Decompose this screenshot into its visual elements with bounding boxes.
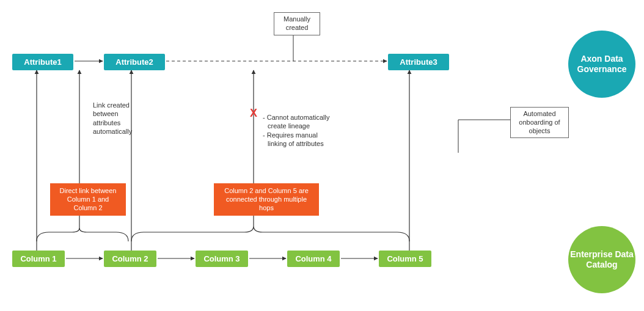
red-x-icon: X bbox=[250, 107, 257, 120]
attribute-1-box: Attribute1 bbox=[12, 54, 73, 70]
multi-hop-text: Column 2 and Column 5 are connected thro… bbox=[224, 187, 309, 211]
attribute-1-label: Attribute1 bbox=[24, 57, 61, 67]
attribute-2-label: Attribute2 bbox=[115, 57, 153, 67]
cannot-auto-note: - Cannot automatically create lineage - … bbox=[263, 113, 342, 148]
cannot-auto-line2: create lineage bbox=[263, 122, 342, 130]
attribute-2-box: Attribute2 bbox=[104, 54, 165, 70]
edc-legend-circle: Enterprise Data Catalog bbox=[568, 226, 635, 293]
column-5-label: Column 5 bbox=[387, 254, 423, 263]
column-3-box: Column 3 bbox=[196, 251, 248, 267]
link-auto-text: Link created between attributes automati… bbox=[93, 101, 132, 135]
column-2-label: Column 2 bbox=[112, 254, 148, 263]
axon-legend-text: Axon Data Governance bbox=[568, 54, 635, 75]
multi-hop-note: Column 2 and Column 5 are connected thro… bbox=[214, 183, 319, 216]
automated-onboarding-text: Automated onboarding of objects bbox=[519, 110, 560, 134]
direct-link-text: Direct link between Column 1 and Column … bbox=[60, 187, 117, 211]
cannot-auto-line4: linking of attributes bbox=[263, 139, 342, 148]
attribute-3-label: Attribute3 bbox=[400, 57, 437, 67]
direct-link-note: Direct link between Column 1 and Column … bbox=[50, 183, 126, 216]
cannot-auto-line1: - Cannot automatically bbox=[263, 113, 342, 122]
red-x-text: X bbox=[250, 107, 257, 119]
column-4-box: Column 4 bbox=[287, 251, 340, 267]
link-auto-note: Link created between attributes automati… bbox=[93, 101, 145, 136]
cannot-auto-line3: - Requires manual bbox=[263, 131, 342, 139]
automated-onboarding-note: Automated onboarding of objects bbox=[510, 107, 569, 138]
column-4-label: Column 4 bbox=[295, 254, 331, 263]
axon-legend-circle: Axon Data Governance bbox=[568, 31, 635, 98]
column-1-box: Column 1 bbox=[12, 251, 65, 267]
attribute-3-box: Attribute3 bbox=[388, 54, 449, 70]
column-3-label: Column 3 bbox=[203, 254, 240, 263]
manually-created-note: Manually created bbox=[274, 12, 320, 35]
column-2-box: Column 2 bbox=[104, 251, 156, 267]
edc-legend-text: Enterprise Data Catalog bbox=[568, 249, 635, 271]
column-5-box: Column 5 bbox=[379, 251, 431, 267]
manually-created-text: Manually created bbox=[284, 15, 310, 31]
column-1-label: Column 1 bbox=[20, 254, 56, 263]
